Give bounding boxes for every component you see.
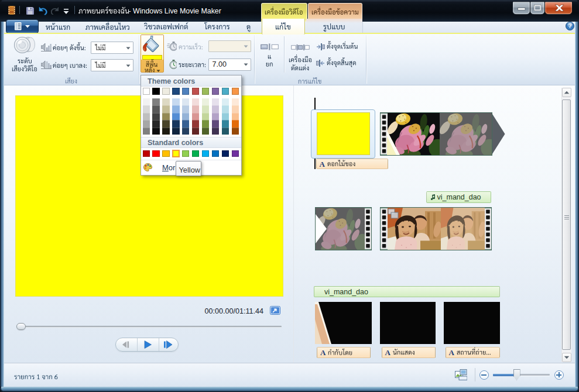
svg-text:?: ? (568, 23, 571, 29)
